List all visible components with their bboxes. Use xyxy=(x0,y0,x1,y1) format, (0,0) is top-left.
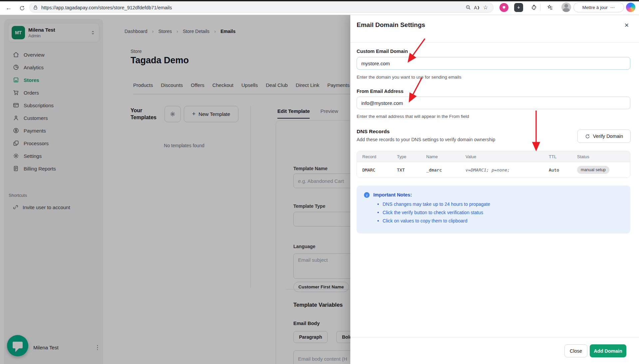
table-row: DMARCTXT_dmarcv=DMARC1; p=none;Automanua… xyxy=(357,162,630,178)
modal-backdrop[interactable] xyxy=(0,15,350,364)
panel-footer: Close Add Domain xyxy=(350,337,639,364)
from-email-address-input[interactable] xyxy=(357,97,630,109)
toolbar-separator xyxy=(540,4,540,11)
email-domain-settings-panel: Email Domain Settings × Custom Email Dom… xyxy=(350,15,639,364)
note-item: DNS changes may take up to 24 hours to p… xyxy=(377,201,490,207)
table-header-status: Status xyxy=(572,154,630,159)
custom-email-domain-input[interactable] xyxy=(357,57,630,70)
cell-name: _dmarc xyxy=(421,168,460,173)
from-email-address-helper: Enter the email address that will appear… xyxy=(357,114,469,119)
cell-type: TXT xyxy=(392,168,421,173)
table-header-name: Name xyxy=(421,154,460,159)
refresh-icon xyxy=(585,134,590,139)
status-badge: manual setup xyxy=(577,166,609,174)
custom-email-domain-helper: Enter the domain you want to use for sen… xyxy=(357,75,461,80)
cell-record: DMARC xyxy=(357,168,392,173)
from-email-address-label: From Email Address xyxy=(357,89,403,94)
panel-header-divider xyxy=(350,42,639,43)
browser-profile-avatar[interactable] xyxy=(561,2,571,12)
dns-records-heading: DNS Records xyxy=(357,129,390,135)
collections-icon[interactable] xyxy=(545,3,554,12)
cell-ttl: Auto xyxy=(543,168,572,173)
more-options-icon[interactable]: ⋯ xyxy=(610,5,615,10)
notes-list: DNS changes may take up to 24 hours to p… xyxy=(377,201,490,226)
screen: ← https://app.tagadapay.com/stores/store… xyxy=(0,0,639,364)
table-header-type: Type xyxy=(392,154,421,159)
info-icon: i xyxy=(364,192,370,198)
notes-heading: Important Notes: xyxy=(373,192,412,197)
pink-extension-icon[interactable] xyxy=(499,3,508,12)
note-item: Click on values to copy them to clipboar… xyxy=(377,218,490,223)
back-icon[interactable]: ← xyxy=(4,3,13,13)
cell-value[interactable]: v=DMARC1; p=none; xyxy=(460,168,543,173)
app-page: MT Milena Test Admin OverviewAnalyticsSt… xyxy=(0,15,639,364)
url-text[interactable]: https://app.tagadapay.com/stores/store_9… xyxy=(41,5,464,10)
url-bar[interactable]: https://app.tagadapay.com/stores/store_9… xyxy=(29,2,493,13)
lock-icon xyxy=(33,5,38,10)
extensions-puzzle-icon[interactable] xyxy=(529,3,538,12)
close-button[interactable]: Close xyxy=(564,344,587,357)
dns-records-subtext: Add these records to your DNS settings t… xyxy=(357,137,495,142)
dns-records-table: RecordTypeNameValueTTLStatus DMARCTXT_dm… xyxy=(357,151,630,178)
copilot-icon[interactable] xyxy=(626,3,635,12)
browser-update-button[interactable]: Mettre à jour ⋯ xyxy=(573,2,624,12)
table-header-value: Value xyxy=(460,154,543,159)
dark-extension-icon[interactable] xyxy=(514,3,523,12)
close-icon[interactable]: × xyxy=(622,20,632,30)
table-header-ttl: TTL xyxy=(543,154,572,159)
zoom-out-icon[interactable] xyxy=(464,3,473,12)
table-header-record: Record xyxy=(357,154,392,159)
note-item: Click the verify button to check verific… xyxy=(377,210,490,215)
important-notes-box: i Important Notes: DNS changes may take … xyxy=(357,185,630,233)
verify-domain-button[interactable]: Verify Domain xyxy=(577,130,631,143)
panel-title: Email Domain Settings xyxy=(357,21,425,29)
refresh-icon[interactable] xyxy=(17,3,27,13)
cell-status: manual setup xyxy=(572,166,630,174)
custom-email-domain-label: Custom Email Domain xyxy=(357,49,408,54)
read-aloud-icon[interactable]: A❱ xyxy=(473,3,481,12)
table-header-row: RecordTypeNameValueTTLStatus xyxy=(357,151,630,162)
browser-chrome: ← https://app.tagadapay.com/stores/store… xyxy=(0,0,639,15)
window-edge xyxy=(0,0,639,1)
add-domain-button[interactable]: Add Domain xyxy=(590,344,626,357)
favorite-star-icon[interactable]: ☆ xyxy=(481,3,490,12)
